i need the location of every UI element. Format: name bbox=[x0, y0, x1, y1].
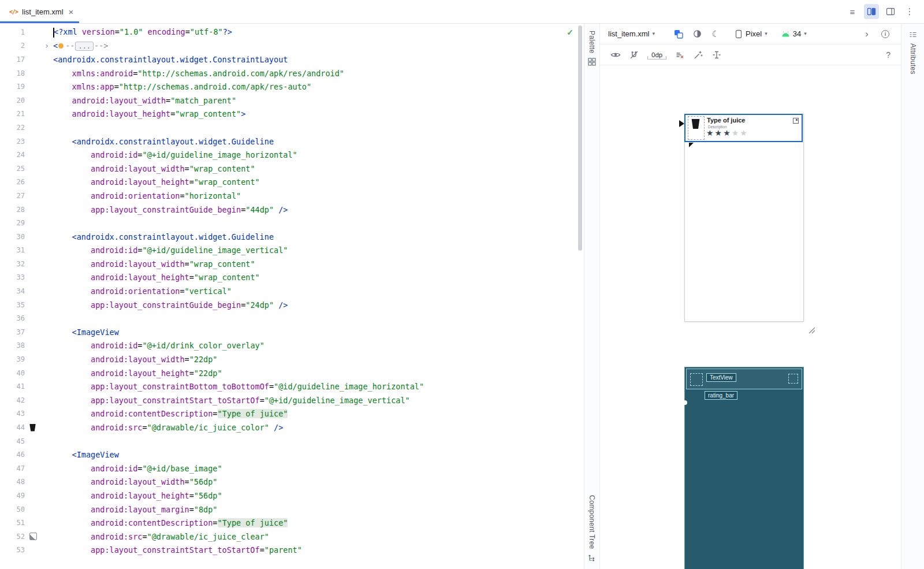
api-selector[interactable]: 34 ▾ bbox=[779, 29, 809, 38]
line-number: 28 bbox=[0, 206, 25, 214]
code-line[interactable]: 46 <ImageView bbox=[0, 448, 577, 462]
code-line[interactable]: 24 android:id="@+id/guideline_image_hori… bbox=[0, 148, 577, 162]
code-token: android:orientation bbox=[91, 191, 180, 200]
toolbar-overflow-icon[interactable]: › bbox=[859, 27, 874, 42]
editor-layout-icon[interactable] bbox=[883, 4, 898, 19]
gutter bbox=[25, 301, 53, 309]
blueprint-textview-box[interactable]: TextView bbox=[706, 373, 736, 382]
code-token: "@+id/guideline_image_vertical" bbox=[264, 396, 410, 405]
code-text: android:id="@+id/guideline_image_vertica… bbox=[53, 246, 288, 255]
code-line[interactable]: 53 app:layout_constraintStart_toStartOf=… bbox=[0, 544, 577, 557]
code-line[interactable]: 30 <androidx.constraintlayout.widget.Gui… bbox=[0, 230, 577, 244]
code-line[interactable]: 47 android:id="@+id/base_image" bbox=[0, 462, 577, 475]
autoconnect-magnet-icon[interactable] bbox=[627, 47, 642, 62]
code-token: "@drawable/ic_juice_color" bbox=[147, 423, 269, 432]
blueprint-imageview-box[interactable] bbox=[690, 373, 703, 386]
help-button[interactable]: ? bbox=[886, 50, 893, 59]
gutter-slot bbox=[29, 151, 38, 159]
code-line[interactable]: 48 android:layout_width="56dp" bbox=[0, 475, 577, 489]
infer-constraints-icon[interactable] bbox=[691, 47, 706, 62]
code-line[interactable]: 17<androidx.constraintlayout.widget.Cons… bbox=[0, 53, 577, 66]
code-line[interactable]: 44 android:src="@drawable/ic_juice_color… bbox=[0, 421, 577, 434]
code-line[interactable]: 20 android:layout_width="match_parent" bbox=[0, 94, 577, 107]
gutter bbox=[25, 464, 53, 473]
design-canvas[interactable]: Type of juice Description ★★★★★ TextView bbox=[600, 65, 901, 569]
code-line[interactable]: 35 app:layout_constraintGuide_begin="24d… bbox=[0, 298, 577, 312]
code-line[interactable]: 31 android:id="@+id/guideline_image_vert… bbox=[0, 244, 577, 258]
code-line[interactable]: 2›<--...--> bbox=[0, 39, 577, 53]
editor-scrollbar[interactable] bbox=[578, 25, 582, 251]
night-mode-icon[interactable]: ☾ bbox=[708, 27, 723, 42]
preview-title[interactable]: Type of juice bbox=[707, 117, 745, 124]
rendered-preview-screen[interactable]: Type of juice Description ★★★★★ bbox=[684, 114, 804, 322]
design-file-selector[interactable]: list_item.xml ▾ bbox=[608, 29, 655, 38]
component-tree-tool-button[interactable]: Component Tree bbox=[588, 488, 596, 569]
code-text: <androidx.constraintlayout.widget.Guidel… bbox=[53, 137, 274, 146]
code-line[interactable]: 38 android:id="@+id/drink_color_overlay" bbox=[0, 339, 577, 353]
code-line[interactable]: 26 android:layout_height="wrap_content" bbox=[0, 176, 577, 189]
more-options-icon[interactable]: ⋮ bbox=[902, 4, 917, 19]
clear-constraints-icon[interactable] bbox=[672, 47, 687, 62]
blueprint-corner-box[interactable] bbox=[788, 374, 798, 384]
code-editor[interactable]: 1<?xml version="1.0" encoding="utf-8"?>2… bbox=[0, 24, 584, 569]
code-line[interactable]: 18 xmlns:android="http://schemas.android… bbox=[0, 66, 577, 80]
rating-bar[interactable]: ★★★★★ bbox=[706, 128, 748, 138]
code-line[interactable]: 19 xmlns:app="http://schemas.android.com… bbox=[0, 80, 577, 94]
code-line[interactable]: 39 android:layout_width="22dp" bbox=[0, 352, 577, 366]
design-surface-icon[interactable] bbox=[671, 27, 686, 42]
code-line[interactable]: 45 bbox=[0, 434, 577, 448]
code-line[interactable]: 23 <androidx.constraintlayout.widget.Gui… bbox=[0, 135, 577, 148]
blueprint-anchor-dot[interactable] bbox=[683, 400, 687, 405]
code-text: android:layout_width="wrap_content" bbox=[53, 259, 255, 269]
layers-icon bbox=[673, 29, 684, 39]
code-line[interactable]: 34 android:orientation="vertical" bbox=[0, 284, 577, 298]
code-line[interactable]: 21 android:layout_height="wrap_content"> bbox=[0, 107, 577, 121]
code-line[interactable]: 40 android:layout_height="22dp" bbox=[0, 366, 577, 380]
code-line[interactable]: 43 android:contentDescription="Type of j… bbox=[0, 407, 577, 421]
inspections-status-icon[interactable]: ✓ bbox=[567, 28, 573, 37]
code-line[interactable]: 27 android:orientation="horizontal" bbox=[0, 189, 577, 203]
blueprint-screen[interactable]: TextView rating_bar bbox=[684, 367, 804, 569]
fold-collapsed-icon[interactable]: › bbox=[43, 42, 51, 50]
code-line[interactable]: 50 android:layout_margin="8dp" bbox=[0, 503, 577, 516]
palette-tool-button[interactable]: Palette bbox=[588, 24, 596, 73]
code-line[interactable]: 41 app:layout_constraintBottom_toBottomO… bbox=[0, 380, 577, 393]
code-token: = bbox=[189, 273, 194, 282]
code-line[interactable]: 32 android:layout_width="wrap_content" bbox=[0, 257, 577, 271]
line-number: 45 bbox=[0, 437, 25, 445]
attributes-tool-button[interactable]: Attributes bbox=[909, 24, 917, 81]
view-options-eye-icon[interactable] bbox=[608, 47, 623, 62]
code-line[interactable]: 51 android:contentDescription="Type of j… bbox=[0, 516, 577, 530]
code-line[interactable]: 29 bbox=[0, 216, 577, 230]
baseline-icon[interactable] bbox=[709, 47, 724, 62]
code-text: android:layout_height="wrap_content" bbox=[53, 177, 260, 187]
code-text: app:layout_constraintStart_toStartOf="@+… bbox=[53, 396, 410, 405]
tab-list-item-xml[interactable]: </> list_item.xml × bbox=[0, 0, 79, 23]
code-line[interactable]: 28 app:layout_constraintGuide_begin="44d… bbox=[0, 203, 577, 217]
code-line[interactable]: 22 bbox=[0, 121, 577, 135]
screen-resize-handle[interactable] bbox=[806, 324, 815, 333]
code-line[interactable]: 1<?xml version="1.0" encoding="utf-8"?> bbox=[0, 25, 577, 39]
code-line[interactable]: 33 android:layout_height="wrap_content" bbox=[0, 271, 577, 285]
code-line[interactable]: 36 bbox=[0, 311, 577, 325]
default-margins[interactable]: 0dp bbox=[647, 50, 666, 59]
code-token: android:layout_width bbox=[91, 259, 185, 269]
split-editor-icon[interactable] bbox=[864, 4, 879, 19]
close-icon[interactable]: × bbox=[69, 8, 74, 16]
code-line[interactable]: 49 android:layout_height="56dp" bbox=[0, 489, 577, 503]
line-number: 39 bbox=[0, 355, 25, 363]
code-token bbox=[53, 545, 91, 555]
code-token: = bbox=[115, 27, 120, 36]
ui-mode-icon[interactable] bbox=[690, 27, 705, 42]
device-selector[interactable]: Pixel ▾ bbox=[732, 29, 770, 39]
render-issues-icon[interactable]: i bbox=[878, 27, 893, 42]
menu-icon[interactable]: ≡ bbox=[845, 4, 860, 19]
code-text: android:layout_width="22dp" bbox=[53, 355, 218, 364]
code-line[interactable]: 25 android:layout_width="wrap_content" bbox=[0, 162, 577, 176]
blueprint-ratingbar-box[interactable]: rating_bar bbox=[705, 391, 737, 400]
code-line[interactable]: 42 app:layout_constraintStart_toStartOf=… bbox=[0, 393, 577, 407]
preview-corner-icon[interactable] bbox=[793, 118, 799, 124]
code-line[interactable]: 52 android:src="@drawable/ic_juice_clear… bbox=[0, 530, 577, 544]
code-token: android:contentDescription bbox=[91, 409, 213, 418]
code-line[interactable]: 37 <ImageView bbox=[0, 325, 577, 339]
